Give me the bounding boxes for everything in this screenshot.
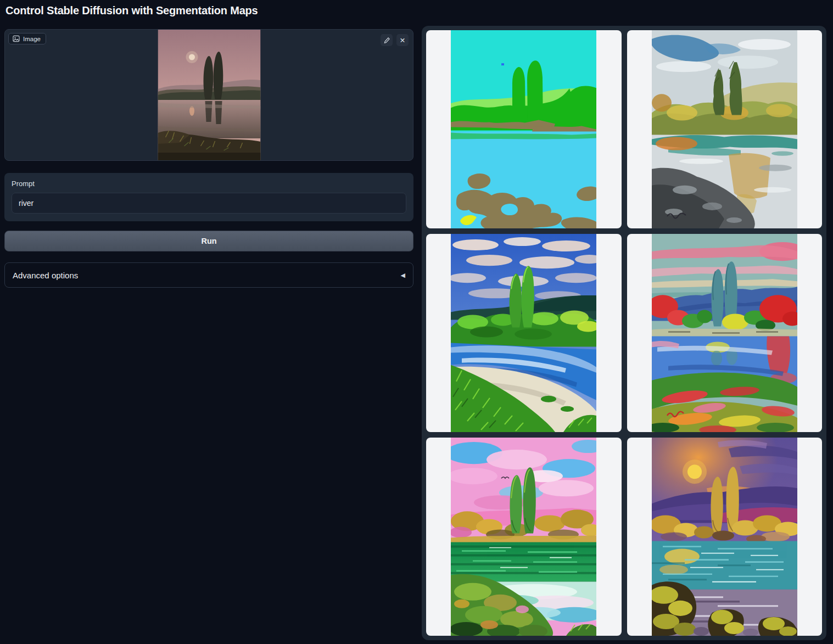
clear-image-button[interactable]: ✕: [396, 34, 409, 46]
pink-sky-river-image: [451, 438, 596, 636]
gallery-item-pink-sky-river[interactable]: [426, 438, 622, 636]
picture-icon: [13, 35, 20, 42]
result-gallery: [422, 26, 826, 640]
gallery-item-watercolor-river[interactable]: [627, 30, 823, 228]
app: Control Stable Diffusion with Segmentati…: [0, 0, 833, 644]
image-input-label: Image: [8, 33, 46, 44]
image-input-component: Image ✕: [4, 29, 413, 161]
pencil-icon: [383, 37, 390, 44]
edit-image-button[interactable]: [381, 34, 393, 46]
gallery-item-segmentation-map[interactable]: [426, 30, 622, 228]
segmentation-map-image: [451, 30, 596, 228]
prompt-panel: Prompt: [4, 173, 413, 221]
left-column: Image ✕: [4, 29, 413, 288]
gallery-item-fauvist-red-river[interactable]: [627, 234, 823, 432]
uploaded-image: [158, 30, 260, 161]
image-input-label-text: Image: [23, 36, 41, 42]
uploaded-image-art: [158, 30, 260, 161]
advanced-options-label: Advanced options: [13, 271, 78, 280]
golden-sunset-river-image: [652, 438, 797, 636]
fauvist-red-river-image: [652, 234, 797, 432]
watercolor-river-image: [652, 30, 797, 228]
close-icon: ✕: [400, 36, 405, 44]
prompt-input[interactable]: [12, 193, 406, 214]
prompt-label: Prompt: [12, 180, 406, 188]
gallery-item-vivid-green-river[interactable]: [426, 234, 622, 432]
image-actions: ✕: [381, 34, 409, 46]
vivid-green-river-image: [451, 234, 596, 432]
collapse-arrow-icon: ◀: [401, 272, 405, 279]
run-button[interactable]: Run: [4, 231, 413, 251]
gallery-item-golden-sunset-river[interactable]: [627, 438, 823, 636]
page-title: Control Stable Diffusion with Segmentati…: [5, 4, 258, 17]
advanced-options-accordion[interactable]: Advanced options ◀: [4, 262, 413, 288]
